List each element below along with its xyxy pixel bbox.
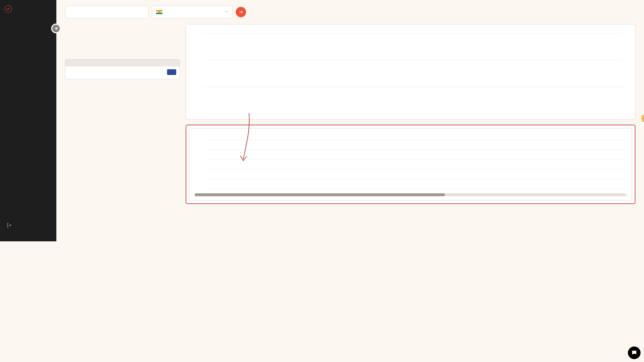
right-column xyxy=(186,24,635,204)
collapse-sidebar-button[interactable] xyxy=(51,24,61,33)
logout-icon xyxy=(5,221,14,230)
logo xyxy=(0,0,56,21)
seo-ranking-plot xyxy=(204,140,626,189)
main xyxy=(56,0,644,241)
feedback-tab[interactable] xyxy=(642,115,644,122)
flag-india-icon xyxy=(156,10,162,14)
seo-scrollbar[interactable] xyxy=(195,193,626,196)
sidebar xyxy=(0,0,56,241)
seo-ranking-card xyxy=(189,128,632,201)
logo-icon xyxy=(5,5,12,13)
keywords-table xyxy=(65,59,180,79)
country-select[interactable] xyxy=(152,6,232,18)
chevron-down-icon xyxy=(225,10,229,15)
nav xyxy=(0,21,56,215)
domain-input[interactable] xyxy=(65,6,148,18)
organic-traffic-plot xyxy=(203,34,623,114)
keywords-table-head xyxy=(65,59,180,66)
topbar xyxy=(65,6,635,18)
logout-button[interactable] xyxy=(0,215,56,241)
go-button[interactable] xyxy=(236,7,246,17)
left-column xyxy=(65,24,180,204)
organic-traffic-card xyxy=(186,24,635,120)
seo-ranking-highlight xyxy=(186,125,635,204)
view-all-button[interactable] xyxy=(167,69,176,75)
